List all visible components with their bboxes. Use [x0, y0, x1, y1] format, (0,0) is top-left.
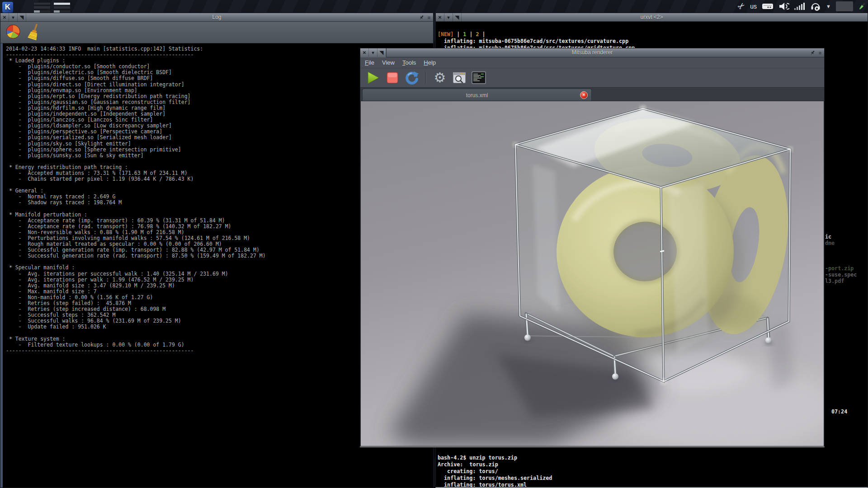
preview-settings-button[interactable]	[451, 70, 467, 85]
maximize-corner-button[interactable]: ◥	[453, 13, 462, 22]
terminal-line: inflating: torus/torus.xml	[438, 482, 527, 487]
render-scene	[361, 101, 824, 446]
pager-row	[53, 6, 71, 9]
disk-drive-icon[interactable]	[762, 2, 774, 10]
shade-button[interactable]: ▾	[444, 13, 453, 22]
maximize-corner-button[interactable]: ◥	[18, 13, 26, 22]
terminal-text-fragment: -suse.spec	[825, 272, 857, 278]
clipboard-scissors-icon[interactable]: ✂	[736, 0, 748, 12]
status-segment: |	[479, 31, 486, 38]
pager-widget[interactable]	[33, 2, 51, 13]
pager-row	[33, 6, 51, 9]
render-viewport[interactable]	[361, 101, 824, 446]
tab-torus-xml[interactable]: torus.xml ✕	[362, 89, 592, 101]
terminal-text-fragment: -port.zip	[825, 265, 854, 272]
render-stop-button[interactable]	[384, 70, 401, 85]
clear-log-broom-icon[interactable]	[27, 23, 42, 42]
tab-label: torus.xml	[466, 92, 488, 99]
menu-view[interactable]: View	[382, 59, 395, 66]
close-button[interactable]: ✕	[436, 13, 444, 22]
pattern-grid-icon[interactable]	[836, 1, 853, 11]
menu-help[interactable]: Help	[424, 59, 436, 66]
shade-button[interactable]: ▾	[9, 13, 18, 22]
status-segment: |	[466, 31, 476, 38]
pager-row	[33, 2, 51, 5]
pager-row	[53, 10, 71, 13]
screen-status-line: [NEW] | 1 | 2 |	[438, 31, 486, 38]
mitsuba-menubar: FileViewToolsHelp	[360, 57, 824, 68]
shade-button[interactable]: ▾	[369, 48, 377, 57]
log-toolbar	[0, 22, 433, 43]
color-picker-pipette-icon[interactable]	[858, 2, 866, 11]
terminal-clock: 07:24	[831, 408, 847, 415]
pin-icon[interactable]	[809, 50, 816, 56]
toolbar-separator	[425, 72, 426, 84]
terminal-text-fragment: l3.pdf	[825, 278, 844, 285]
window-title: Log	[212, 13, 221, 22]
settings-gear-button[interactable]: ⚙	[432, 70, 448, 85]
terminal-line: inflating: mitsuba-0675b86e7cad/src/text…	[438, 38, 628, 45]
maximize-corner-button[interactable]: ◥	[377, 48, 386, 57]
log-titlebar[interactable]: ✕ ▾ ◥ Log ≡	[0, 13, 433, 22]
mitsuba-window: ✕ ▾ ◥ Mitsuba renderer ≡ FileViewToolsHe…	[360, 48, 825, 447]
mitsuba-toolbar: ⚙	[360, 68, 824, 87]
terminal-line: bash-4.2$ unzip torus.zip	[438, 455, 517, 461]
statistics-pie-icon[interactable]	[5, 23, 21, 42]
pager-row	[33, 10, 51, 13]
render-play-button[interactable]	[365, 70, 381, 85]
pager-row	[53, 2, 71, 5]
headset-icon[interactable]	[810, 1, 821, 11]
terminal-line: Archive: torus.zip	[438, 461, 498, 468]
status-segment: 2	[476, 31, 479, 38]
terminal-text-fragment: dme	[825, 240, 835, 247]
console-log-button[interactable]	[471, 70, 487, 85]
pager-widget[interactable]	[53, 2, 71, 13]
terminal-line: inflating: torus/meshes.serialized	[438, 475, 552, 482]
terminal-line: creating: torus/	[438, 468, 498, 475]
signal-bars-icon[interactable]	[794, 2, 805, 10]
refresh-button[interactable]	[404, 70, 420, 85]
window-title: urxvt <2>	[640, 13, 663, 22]
status-segment: |	[453, 31, 463, 38]
mitsuba-tabbar: torus.xml ✕	[360, 87, 824, 101]
status-segment: [NEW]	[438, 31, 453, 38]
mitsuba-titlebar[interactable]: ✕ ▾ ◥ Mitsuba renderer ≡	[360, 48, 824, 57]
terminal-titlebar[interactable]: ✕ ▾ ◥ urxvt <2>	[436, 13, 868, 22]
volume-speaker-icon[interactable]	[778, 2, 789, 11]
pin-icon[interactable]	[418, 14, 425, 21]
close-button[interactable]: ✕	[360, 48, 369, 57]
menu-tools[interactable]: Tools	[402, 59, 416, 66]
window-menu-icon[interactable]: ≡	[817, 50, 823, 56]
menu-file[interactable]: File	[365, 59, 374, 66]
k-menu-icon[interactable]: K	[2, 1, 14, 13]
window-title: Mitsuba renderer	[572, 48, 613, 57]
tab-close-icon[interactable]: ✕	[580, 91, 588, 99]
window-menu-icon[interactable]: ≡	[426, 14, 432, 21]
close-button[interactable]: ✕	[0, 13, 9, 22]
terminal-text-fragment: ic	[825, 234, 831, 240]
keyboard-layout-indicator[interactable]: us	[750, 3, 757, 10]
tray-collapse-triangle-icon[interactable]: ▼	[826, 4, 831, 9]
system-tray: ✂ us ▼	[738, 0, 868, 12]
